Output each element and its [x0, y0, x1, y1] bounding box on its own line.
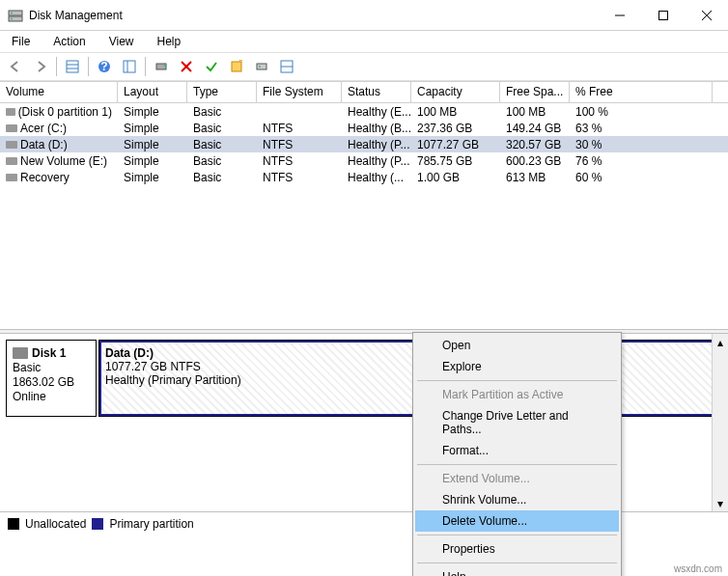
menu-item-shrink[interactable]: Shrink Volume... [415, 489, 619, 510]
volume-type-cell: Basic [187, 170, 257, 185]
scroll-down-icon[interactable]: ▾ [713, 495, 728, 511]
volume-list: Volume Layout Type File System Status Ca… [0, 81, 728, 329]
column-header-type[interactable]: Type [187, 82, 257, 102]
help-icon[interactable]: ? [93, 55, 116, 78]
column-header-layout[interactable]: Layout [118, 82, 187, 102]
menu-separator [417, 562, 617, 563]
disk-size: 1863.02 GB [13, 375, 90, 389]
svg-point-21 [259, 66, 261, 68]
disk-status: Online [13, 390, 90, 403]
volume-capacity-cell: 237.36 GB [411, 121, 500, 136]
menu-item-help[interactable]: Help [415, 566, 619, 576]
menu-separator [417, 535, 617, 535]
disk-icon[interactable] [250, 55, 273, 78]
volume-fs-cell [257, 111, 342, 113]
menu-item-change-letter[interactable]: Change Drive Letter and Paths... [415, 405, 619, 440]
volume-free-cell: 613 MB [500, 170, 570, 185]
forward-button[interactable] [29, 55, 52, 78]
menu-item-open[interactable]: Open [415, 335, 619, 356]
context-menu: Open Explore Mark Partition as Active Ch… [412, 332, 622, 576]
volume-status-cell: Healthy (B... [342, 121, 411, 136]
volume-rows: (Disk 0 partition 1)SimpleBasicHealthy (… [0, 103, 728, 329]
partition-size: 1077.27 GB NTFS [105, 360, 715, 373]
vertical-scrollbar[interactable]: ▴ ▾ [712, 334, 728, 511]
svg-text:*: * [238, 60, 243, 69]
close-button[interactable] [685, 1, 728, 30]
menu-help[interactable]: Help [152, 33, 187, 50]
partition-status: Healthy (Primary Partition) [105, 373, 715, 387]
volume-status-cell: Healthy (E... [342, 104, 411, 120]
disk-info-panel[interactable]: Disk 1 Basic 1863.02 GB Online [6, 340, 97, 417]
menu-separator [417, 380, 617, 381]
column-header-filesystem[interactable]: File System [257, 82, 342, 102]
menu-separator [417, 464, 617, 465]
volume-name-cell: (Disk 0 partition 1) [0, 104, 118, 120]
volume-free-cell: 149.24 GB [500, 121, 570, 136]
grid-icon[interactable] [61, 55, 84, 78]
svg-rect-5 [658, 11, 667, 19]
menubar: File Action View Help [0, 31, 728, 52]
legend-label-primary: Primary partition [109, 517, 193, 531]
column-header-capacity[interactable]: Capacity [411, 82, 500, 102]
volume-row[interactable]: Data (D:)SimpleBasicNTFSHealthy (P...107… [0, 136, 728, 152]
volume-free-cell: 320.57 GB [500, 137, 570, 152]
menu-item-explore[interactable]: Explore [415, 356, 619, 377]
volume-capacity-cell: 1077.27 GB [411, 137, 500, 152]
svg-rect-20 [257, 64, 266, 69]
volume-layout-cell: Simple [118, 104, 187, 120]
layout-icon[interactable] [275, 55, 298, 78]
volume-name-cell: Data (D:) [0, 137, 118, 152]
column-header-status[interactable]: Status [342, 82, 411, 102]
volume-type-cell: Basic [187, 137, 257, 152]
volume-fs-cell: NTFS [257, 153, 342, 169]
column-header-row: Volume Layout Type File System Status Ca… [0, 82, 728, 103]
volume-icon [6, 108, 15, 116]
hard-disk-icon [13, 347, 28, 359]
volume-fs-cell: NTFS [257, 137, 342, 152]
delete-icon[interactable] [175, 55, 198, 78]
partition-name: Data (D:) [105, 346, 715, 360]
toolbar: ? * [0, 52, 728, 81]
legend-swatch-primary [92, 518, 103, 530]
volume-type-cell: Basic [187, 153, 257, 169]
back-button[interactable] [4, 55, 27, 78]
menu-view[interactable]: View [103, 33, 140, 50]
app-icon [8, 8, 23, 23]
volume-row[interactable]: Acer (C:)SimpleBasicNTFSHealthy (B...237… [0, 120, 728, 136]
menu-action[interactable]: Action [47, 33, 91, 50]
new-icon[interactable]: * [225, 55, 248, 78]
menu-item-format[interactable]: Format... [415, 440, 619, 461]
column-header-pctfree[interactable]: % Free [570, 82, 713, 102]
minimize-button[interactable] [598, 1, 641, 30]
menu-file[interactable]: File [6, 33, 36, 50]
menu-item-properties[interactable]: Properties [415, 538, 619, 560]
volume-status-cell: Healthy (P... [342, 137, 411, 152]
window-title: Disk Management [29, 9, 598, 22]
volume-name-cell: Acer (C:) [0, 121, 118, 136]
volume-fs-cell: NTFS [257, 121, 342, 136]
maximize-button[interactable] [641, 1, 685, 30]
volume-capacity-cell: 785.75 GB [411, 153, 500, 169]
partition-data-d[interactable]: Data (D:) 1077.27 GB NTFS Healthy (Prima… [98, 340, 722, 417]
disk-name: Disk 1 [32, 346, 66, 360]
volume-fs-cell: NTFS [257, 170, 342, 185]
volume-layout-cell: Simple [118, 153, 187, 169]
column-header-volume[interactable]: Volume [0, 82, 118, 102]
volume-row[interactable]: RecoverySimpleBasicNTFSHealthy (...1.00 … [0, 169, 728, 185]
svg-rect-8 [67, 61, 78, 72]
volume-row[interactable]: (Disk 0 partition 1)SimpleBasicHealthy (… [0, 103, 728, 120]
menu-item-delete[interactable]: Delete Volume... [415, 510, 619, 532]
refresh-icon[interactable] [150, 55, 173, 78]
list-icon[interactable] [118, 55, 141, 78]
volume-layout-cell: Simple [118, 170, 187, 185]
svg-point-2 [11, 12, 13, 14]
volume-row[interactable]: New Volume (E:)SimpleBasicNTFSHealthy (P… [0, 152, 728, 169]
disk-type: Basic [13, 361, 90, 374]
column-header-freespace[interactable]: Free Spa... [500, 82, 570, 102]
volume-status-cell: Healthy (... [342, 170, 411, 185]
check-icon[interactable] [200, 55, 223, 78]
volume-pctfree-cell: 100 % [570, 104, 713, 120]
volume-free-cell: 100 MB [500, 104, 570, 120]
scroll-up-icon[interactable]: ▴ [713, 334, 728, 350]
legend-label-unallocated: Unallocated [25, 517, 86, 531]
